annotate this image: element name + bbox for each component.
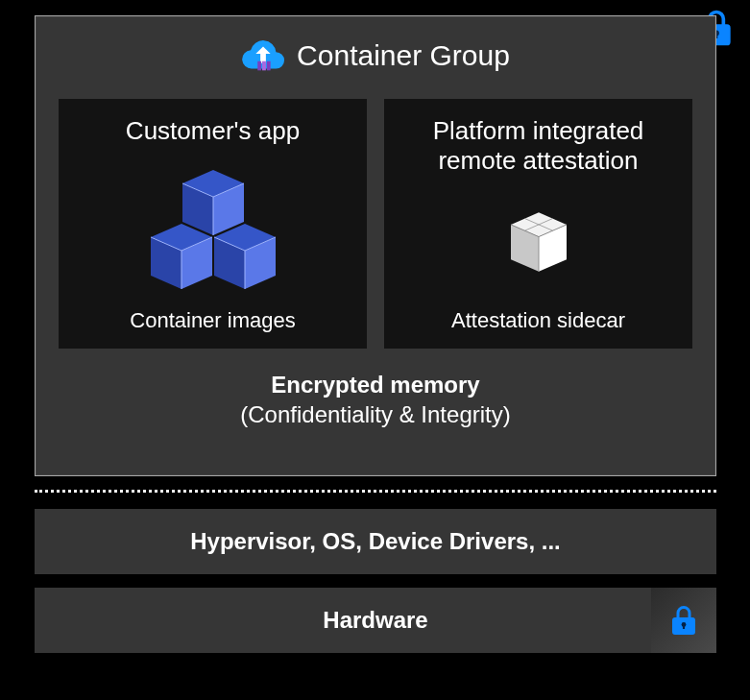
attestation-card: Platform integrated remote attestation A…: [384, 99, 692, 349]
hardware-lock-badge: [651, 588, 716, 653]
container-group-title: Container Group: [297, 39, 510, 72]
encrypted-memory-title: Encrypted memory: [36, 370, 715, 399]
hypervisor-layer: Hypervisor, OS, Device Drivers, ...: [35, 509, 716, 574]
container-group-body: Customer's app Container images Platform…: [36, 85, 715, 349]
customers-app-footer: Container images: [130, 308, 295, 333]
trust-boundary-divider: [35, 490, 716, 493]
container-images-icon: [141, 146, 285, 308]
attestation-footer: Attestation sidecar: [451, 308, 625, 333]
hardware-label: Hardware: [323, 607, 427, 634]
container-group-header: Container Group: [36, 16, 715, 85]
svg-rect-4: [267, 61, 271, 71]
svg-rect-3: [262, 61, 266, 71]
lock-icon: [666, 603, 701, 638]
hypervisor-label: Hypervisor, OS, Device Drivers, ...: [190, 528, 561, 555]
svg-rect-2: [257, 61, 261, 71]
hardware-layer: Hardware: [35, 588, 716, 653]
encrypted-memory-subtitle: (Confidentiality & Integrity): [36, 399, 715, 429]
encrypted-memory-block: Encrypted memory (Confidentiality & Inte…: [36, 349, 715, 429]
attestation-title: Platform integrated remote attestation: [433, 116, 644, 176]
container-group-panel: Container Group Customer's app Container…: [35, 15, 716, 476]
svg-rect-32: [683, 625, 685, 630]
cloud-upload-icon: [241, 34, 285, 78]
customers-app-card: Customer's app Container images: [59, 99, 367, 349]
customers-app-title: Customer's app: [126, 116, 300, 146]
attestation-sidecar-icon: [511, 176, 567, 308]
